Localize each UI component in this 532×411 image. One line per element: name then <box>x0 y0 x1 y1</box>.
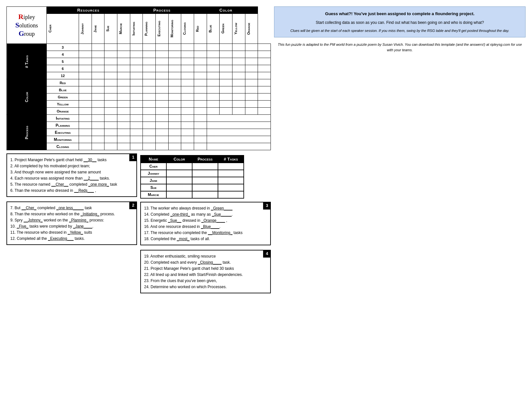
answer-color-cher[interactable] <box>166 163 192 170</box>
clue-2-2: 8. Than the resource who worked on the _… <box>10 211 133 217</box>
row-planning: Planning <box>47 122 79 129</box>
cell[interactable] <box>194 44 207 51</box>
answer-process-johnny[interactable] <box>192 170 218 177</box>
answer-tasks-cher[interactable] <box>218 163 244 170</box>
cell[interactable] <box>130 44 143 51</box>
logo-s: S <box>15 21 19 29</box>
clue-2-1: 7. But __Cher_ completed _one less_____ … <box>10 205 133 211</box>
logo-g: G <box>19 29 24 37</box>
resources-header: Resources <box>47 7 130 14</box>
color-label: Color <box>7 79 47 115</box>
cell[interactable] <box>220 44 232 51</box>
clue-3-6: 18. Completed the _most_ tasks of all. <box>144 236 267 242</box>
col-johnny: Johnny <box>79 14 92 44</box>
answer-process-cher[interactable] <box>192 163 218 170</box>
row-5: 5 <box>47 58 79 65</box>
answer-tasks-marcie[interactable] <box>218 191 244 198</box>
row-orange: Orange <box>47 108 79 115</box>
col-sue: Sue <box>104 14 117 44</box>
col-executing: Executing <box>155 14 168 44</box>
puzzle-grid: Ripley Solutions Group Resources Process… <box>6 6 271 150</box>
cell[interactable] <box>155 44 168 51</box>
col-initiating: Initiating <box>130 14 143 44</box>
answer-tasks-johnny[interactable] <box>218 170 244 177</box>
clue-1-2: 2. All completed by his motivated projec… <box>10 163 133 169</box>
answer-table: Name Color Process # Tasks Cher J <box>140 155 244 199</box>
clue-3-4: 16. And one resource dressed in _Blue___… <box>144 224 267 230</box>
clue-4-6: 24. Determine who worked on which Proces… <box>144 284 267 290</box>
col-closing: Closing <box>181 14 194 44</box>
col-monitoring: Monitoring <box>168 14 181 44</box>
logo-ipley: ipley <box>24 14 35 20</box>
col-yellow: Yellow <box>232 14 245 44</box>
clue-4-1: 19. Another enthusiastic, smiling resour… <box>144 253 267 259</box>
row-monitoring: Monitoring <box>47 136 79 143</box>
info-body: Start collecting data as soon as you can… <box>279 20 521 25</box>
cell[interactable] <box>79 44 92 51</box>
clue-4-5: 23. From the clues that you've been give… <box>144 278 267 284</box>
process-header: Process <box>130 7 194 14</box>
clue-box-3: 3 13. The worker who always dressed in _… <box>140 202 271 245</box>
col-red: Red <box>194 14 207 44</box>
row-initiating: Initiating <box>47 115 79 122</box>
row-closing: Closing <box>47 143 79 150</box>
cell[interactable] <box>207 44 220 51</box>
clue-3-2: 14. Completed _one-third_ as many as _Su… <box>144 211 267 217</box>
logo-roup: roup <box>24 31 35 37</box>
answer-header-name: Name <box>141 155 166 163</box>
info-italic-note: Clues will be given at the start of each… <box>279 28 521 34</box>
col-cher: Cher <box>47 14 79 44</box>
cell[interactable] <box>181 44 194 51</box>
col-jane: Jane <box>92 14 104 44</box>
answer-process-sue[interactable] <box>192 184 218 191</box>
answer-row-johnny: Johnny <box>141 170 244 177</box>
clue-1-1: 1. Project Manager Pete's gantt chart he… <box>10 157 133 163</box>
clue-2-6: 12. Completed all the _Executing___ task… <box>10 236 133 241</box>
logo-olutions: olutions <box>19 22 38 29</box>
answer-row-jane: Jane <box>141 177 244 184</box>
row-blue: Blue <box>47 86 79 93</box>
clue-number-1: 1 <box>129 153 137 161</box>
clue-1-4: 4. Each resource was assigned more than … <box>10 175 133 181</box>
col-green: Green <box>220 14 232 44</box>
col-planning: Planning <box>143 14 156 44</box>
info-box: Guess what?! You've just been assigned t… <box>274 6 526 37</box>
clue-4-4: 22. All lined up and linked with Start/F… <box>144 272 267 278</box>
info-headline: Guess what?! You've just been assigned t… <box>279 11 521 17</box>
answer-header-tasks: # Tasks <box>218 155 244 163</box>
answer-name-johnny: Johnny <box>141 170 166 177</box>
clue-2-5: 11. The resource who dressed in _Yellow_… <box>10 230 133 235</box>
cell[interactable] <box>104 44 117 51</box>
clue-4-2: 20. Completed each and every _Closing___… <box>144 259 267 265</box>
cell[interactable] <box>117 44 130 51</box>
clue-box-1: 1 1. Project Manager Pete's gantt chart … <box>6 153 137 197</box>
cell[interactable] <box>232 44 245 51</box>
answer-row-cher: Cher <box>141 163 244 170</box>
row-4: 4 <box>47 51 79 58</box>
answer-process-marcie[interactable] <box>192 191 218 198</box>
col-marcie: Marcie <box>117 14 130 44</box>
row-3: 3 <box>47 44 79 51</box>
answer-tasks-jane[interactable] <box>218 177 244 184</box>
cell[interactable] <box>143 44 156 51</box>
answer-color-sue[interactable] <box>166 184 192 191</box>
row-6: 6 <box>47 65 79 72</box>
row-12: 12 <box>47 72 79 79</box>
cell[interactable] <box>92 44 104 51</box>
answer-header-color: Color <box>166 155 192 163</box>
col-blue: Blue <box>207 14 220 44</box>
footer-note: This fun puzzle is adapted to the PM wor… <box>274 41 526 54</box>
answer-tasks-sue[interactable] <box>218 184 244 191</box>
answer-color-marcie[interactable] <box>166 191 192 198</box>
answer-color-johnny[interactable] <box>166 170 192 177</box>
clue-1-6: 6. Than the resource who dressed in __Re… <box>10 188 133 193</box>
col-orange: Orange <box>245 14 258 44</box>
row-green: Green <box>47 93 79 101</box>
answer-color-jane[interactable] <box>166 177 192 184</box>
logo-r: R <box>18 13 24 21</box>
cell[interactable] <box>258 44 271 51</box>
cell[interactable] <box>245 44 258 51</box>
answer-process-jane[interactable] <box>192 177 218 184</box>
cell[interactable] <box>168 44 181 51</box>
row-red: Red <box>47 79 79 86</box>
